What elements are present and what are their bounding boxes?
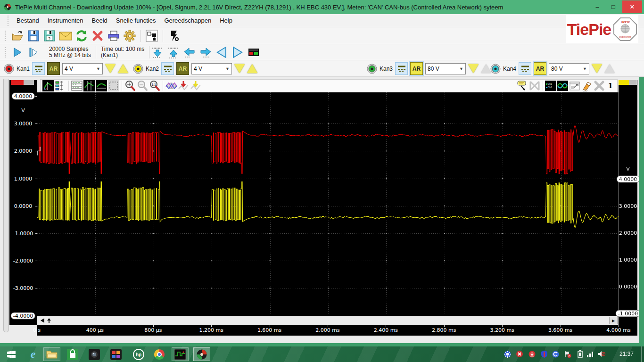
left-axis[interactable]: 4.00003.00002.00001.00000.0000-1.0000-2.… [9,80,37,325]
file-explorer-icon[interactable] [43,347,60,361]
save-as-icon[interactable]: ? [41,29,58,43]
close-button[interactable]: ✕ [622,0,642,13]
range-select[interactable]: 80 V▼ [549,63,589,74]
scale-up-icon[interactable] [165,45,182,59]
zoom-out-icon[interactable] [136,80,149,91]
coupling-button[interactable] [32,62,45,75]
menu-gereedschappen[interactable]: Gereedschappen [160,15,215,26]
one-shot-icon[interactable] [25,45,41,59]
scroll-up-icon[interactable] [47,318,51,323]
sync-icon[interactable] [552,350,559,358]
interpolation-icon[interactable] [165,80,177,91]
menu-beeld[interactable]: Beeld [88,15,112,26]
object-tree-icon[interactable] [144,29,160,43]
menu-snelle-functies[interactable]: Snelle functies [112,15,160,26]
range-down-button[interactable] [105,64,116,73]
channel-offsets-icon[interactable] [54,80,66,91]
start-icon[interactable] [9,45,25,59]
axes-icon[interactable]: 0 [42,80,54,91]
tiepie-app-icon[interactable] [193,347,210,361]
eraser-icon[interactable] [581,80,593,91]
volume-muted-icon[interactable] [598,350,605,358]
maximize-button[interactable]: □ [606,1,620,12]
scroll-left-icon[interactable] [40,318,45,323]
range-select[interactable]: 80 V▼ [425,63,466,74]
range-down-button[interactable] [234,64,245,73]
autorange-button[interactable]: AR [176,62,189,75]
horizontal-scrollbar[interactable]: ▶ [37,316,619,325]
next-page-icon[interactable] [230,45,246,59]
print-icon[interactable] [106,29,122,43]
vertical-cursors-icon[interactable] [83,80,95,91]
camera-app-icon[interactable] [86,347,103,361]
autorange-button[interactable]: AR [47,62,60,75]
antivirus-shield-icon[interactable] [540,350,548,358]
move-left-icon[interactable] [182,45,198,59]
left-panel-splitter[interactable] [3,79,9,332]
range-down-button[interactable] [592,64,602,73]
flag-alert-icon[interactable] [564,350,571,358]
open-icon[interactable] [9,29,25,43]
download-ch1-icon[interactable] [177,80,190,91]
instrument-colors-icon[interactable] [246,45,262,59]
trace-colors-icon[interactable] [556,80,569,91]
waveform-canvas[interactable] [37,92,619,316]
legend-icon[interactable]: Ch1 Ch2 [545,81,556,91]
network-signal-icon[interactable] [586,350,594,358]
zoom-reset-icon[interactable]: 1:1 [149,80,161,91]
battery-icon[interactable] [576,350,584,358]
save-icon[interactable] [25,29,41,43]
right-axis-tab-gray[interactable] [629,80,637,85]
settings-gear-icon[interactable] [122,29,138,43]
minimize-button[interactable]: – [590,1,604,12]
zoom-in-icon[interactable] [124,80,136,91]
range-down-button[interactable] [468,64,479,73]
horizontal-cursors-icon[interactable] [95,80,107,91]
right-axis[interactable]: 4.00003.00002.00001.00000.0000-1.0000V [619,80,637,325]
prev-page-icon[interactable] [214,45,230,59]
chrome-icon[interactable] [151,347,168,361]
email-icon[interactable] [58,29,74,43]
store-icon[interactable] [64,347,81,361]
close-graph-icon[interactable] [593,80,605,91]
coupling-button[interactable] [161,62,174,75]
coupling-button[interactable] [395,62,408,75]
range-up-button[interactable] [247,64,257,73]
download-ch2-icon[interactable] [190,80,202,91]
move-right-icon[interactable] [198,45,214,59]
refresh-icon[interactable] [74,29,90,43]
left-axis-tab-gray[interactable] [24,80,34,85]
waveform-plot[interactable] [37,92,619,316]
menu-bestand[interactable]: Bestand [12,15,43,26]
range-select[interactable]: 4 V▼ [191,63,232,74]
autorange-button[interactable]: AR [534,62,546,75]
pop-out-icon[interactable] [569,80,581,91]
selection-icon[interactable] [107,80,120,91]
scope-app-icon[interactable] [172,347,189,361]
right-axis-channel-tab[interactable] [619,80,629,85]
menu-help[interactable]: Help [215,15,237,26]
download-badge-icon[interactable] [528,350,536,358]
coupling-button[interactable] [519,62,531,75]
scroll-right-button[interactable]: ▶ [609,317,618,324]
hp-icon[interactable]: hp [130,347,147,361]
probe-meter-icon[interactable] [166,29,182,43]
show-desktop-button[interactable] [641,346,644,362]
combine-disabled-icon[interactable] [528,80,541,91]
autorange-button[interactable]: AR [410,62,423,75]
update-wheel-icon[interactable] [504,350,511,358]
delete-icon[interactable] [90,29,106,43]
photos-app-icon[interactable] [107,347,124,361]
left-axis-channel-tab[interactable] [11,80,24,85]
scale-down-icon[interactable] [149,45,165,59]
menu-instrumenten[interactable]: Instrumenten [43,15,88,26]
comment-icon[interactable] [516,80,528,91]
range-up-button[interactable] [481,64,491,73]
start-button[interactable] [3,347,20,361]
range-select[interactable]: 4 V▼ [62,63,103,74]
range-up-button[interactable] [118,64,128,73]
error-badge-icon[interactable] [516,350,523,358]
table-icon[interactable] [71,80,83,91]
range-up-button[interactable] [604,64,615,73]
internet-explorer-icon[interactable]: e [25,347,41,361]
